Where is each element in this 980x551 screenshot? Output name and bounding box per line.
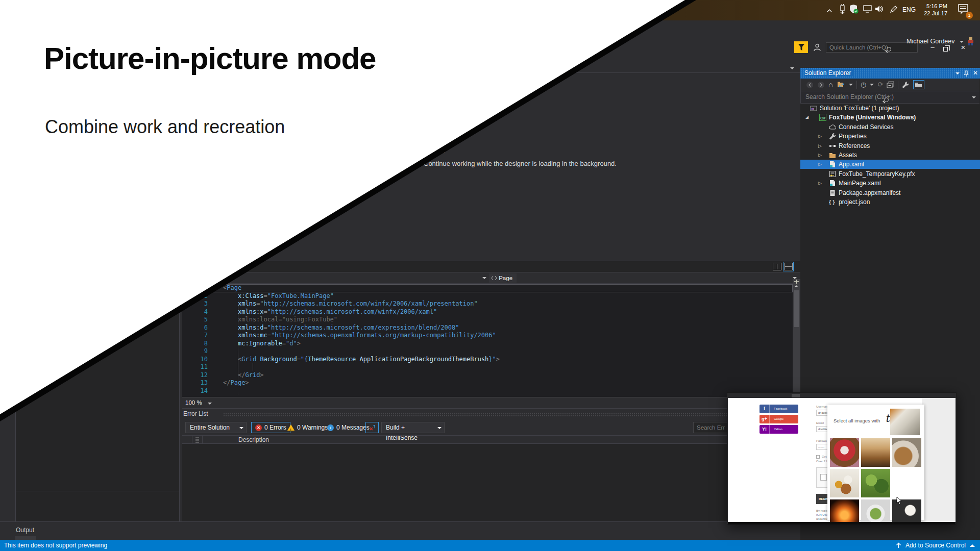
- tray-chevron-up-icon[interactable]: [826, 7, 833, 16]
- picture-in-picture-window[interactable]: fFacebookg+GoogleY!Yahoo Usernam dr dool…: [727, 392, 957, 524]
- tree-item-project-json[interactable]: { }project.json: [800, 197, 980, 207]
- language-indicator[interactable]: ENG: [902, 6, 916, 13]
- refresh-icon[interactable]: ⟳: [877, 81, 883, 89]
- folder-icon: [829, 152, 836, 159]
- sync-with-active-document-icon[interactable]: [837, 81, 845, 89]
- tree-item-properties[interactable]: ▷Properties: [800, 132, 980, 141]
- breakfast-plate[interactable]: [830, 469, 859, 497]
- code-line[interactable]: 5xmlns:local="using:FoxTube": [182, 316, 793, 324]
- error-source-dropdown[interactable]: Build + IntelliSense: [381, 422, 445, 433]
- tree-item-references[interactable]: ▷References: [800, 141, 980, 151]
- pancakes-coffee[interactable]: [892, 438, 921, 467]
- sync-chevron-down-icon[interactable]: [849, 84, 853, 86]
- salad-plate[interactable]: [861, 499, 890, 522]
- back-icon[interactable]: [806, 81, 814, 89]
- tree-item-foxtube-universal-windows[interactable]: ◢C#FoxTube (Universal Windows): [800, 113, 980, 122]
- status-chevron-up-icon[interactable]: [970, 544, 975, 547]
- tree-item-connected-services[interactable]: Connected Services: [800, 122, 980, 132]
- social-button-yahoo[interactable]: Y!Yahoo: [760, 425, 798, 434]
- collapse-chevron-icon[interactable]: ◢: [805, 113, 808, 122]
- solution-explorer-search-input[interactable]: Search Solution Explorer (Ctrl+;): [801, 91, 979, 104]
- newsletter-checkbox[interactable]: [816, 455, 820, 459]
- salad[interactable]: [861, 469, 890, 497]
- filter-button[interactable]: [365, 422, 379, 433]
- social-button-google[interactable]: g+Google: [760, 415, 798, 423]
- social-button-facebook[interactable]: fFacebook: [760, 405, 798, 413]
- properties-wrench-icon[interactable]: [902, 81, 910, 89]
- vertical-split-icon[interactable]: [773, 263, 781, 270]
- panel-close-icon[interactable]: ✕: [973, 68, 978, 79]
- quick-launch-input[interactable]: Quick Launch (Ctrl+Q): [826, 42, 918, 53]
- speaker-icon[interactable]: [875, 5, 885, 15]
- filter-chevron-down-icon[interactable]: [870, 84, 874, 86]
- feedback-flag-button[interactable]: [794, 41, 808, 53]
- code-line[interactable]: 6xmlns:d="http://schemas.microsoft.com/e…: [182, 324, 793, 332]
- taskbar-clock[interactable]: 5:16 PM 22-Jul-17: [918, 3, 947, 17]
- expand-chevron-icon[interactable]: ▷: [818, 151, 822, 160]
- expand-chevron-icon[interactable]: ▷: [818, 160, 822, 169]
- window-position-chevron-icon[interactable]: [955, 72, 960, 74]
- code-line[interactable]: 3xmlns="http://schemas.microsoft.com/win…: [182, 300, 793, 308]
- code-line[interactable]: 12</Grid>: [182, 371, 793, 380]
- action-center-icon[interactable]: 1: [958, 4, 970, 17]
- forward-icon[interactable]: [817, 81, 825, 89]
- error-scope-dropdown[interactable]: Entire Solution: [185, 422, 247, 433]
- code-text: xmlns:local="using:FoxTube": [238, 316, 337, 324]
- breadcrumb-left-chevron-icon[interactable]: [482, 277, 486, 279]
- code-line[interactable]: 10<Grid Background="{ThemeResource Appli…: [182, 356, 793, 364]
- expand-chevron-icon[interactable]: ▷: [818, 132, 822, 141]
- glowing-bowl[interactable]: [830, 499, 859, 522]
- code-line[interactable]: 11: [182, 363, 793, 371]
- column-description[interactable]: Description: [238, 436, 269, 444]
- add-to-source-control-label: Add to Source Control: [905, 542, 966, 549]
- network-monitor-icon[interactable]: [863, 5, 872, 15]
- tree-item-mainpage-xaml[interactable]: ▷MainPage.xaml: [800, 179, 980, 188]
- train-photo[interactable]: [890, 409, 920, 435]
- user-avatar[interactable]: [967, 37, 974, 47]
- code-line[interactable]: 9: [182, 347, 793, 356]
- pen-icon[interactable]: [890, 5, 898, 15]
- breadcrumb-page-item[interactable]: Page: [489, 273, 517, 283]
- show-all-files-button[interactable]: [913, 80, 924, 89]
- usb-icon[interactable]: [839, 4, 846, 16]
- code-line[interactable]: 7xmlns:mc="http://schemas.openxmlformats…: [182, 332, 793, 340]
- scroll-up-icon[interactable]: [794, 285, 798, 287]
- tree-item-app-xaml[interactable]: ▷App.xaml: [800, 160, 980, 169]
- xaml-icon: [829, 180, 836, 187]
- caramel-dessert[interactable]: [861, 438, 890, 467]
- code-line[interactable]: 14: [182, 387, 793, 395]
- code-line[interactable]: 4xmlns:x="http://schemas.microsoft.com/w…: [182, 308, 793, 316]
- zoom-level-dropdown[interactable]: 100 %: [185, 399, 202, 406]
- horizontal-split-button[interactable]: [783, 262, 794, 271]
- editor-vertical-scrollbar[interactable]: [793, 279, 800, 397]
- coffee-beans-cup[interactable]: [892, 469, 921, 497]
- add-to-source-control-button[interactable]: Add to Source Control: [896, 540, 966, 551]
- expand-chevron-icon[interactable]: ▷: [818, 179, 822, 188]
- pin-icon[interactable]: [964, 70, 969, 77]
- send-feedback-person-icon[interactable]: [813, 43, 822, 54]
- indent-guide: [238, 292, 238, 395]
- code-line[interactable]: 8mc:Ignorable="d">: [182, 340, 793, 348]
- output-title[interactable]: Output: [16, 527, 34, 534]
- solution-explorer-titlebar[interactable]: Solution Explorer ✕: [800, 68, 980, 79]
- tree-item-package-appxmanifest[interactable]: Package.appxmanifest: [800, 188, 980, 197]
- pending-changes-filter-icon[interactable]: ◷: [861, 81, 866, 89]
- line-number: 5: [182, 316, 208, 324]
- tree-item-solution-foxtube-1-project[interactable]: ∞Solution 'FoxTube' (1 project): [800, 104, 980, 113]
- scrollbar-thumb[interactable]: [794, 290, 799, 327]
- home-icon[interactable]: ⌂: [828, 81, 833, 89]
- restore-button[interactable]: [943, 44, 948, 54]
- code-line[interactable]: <Page: [182, 284, 793, 292]
- signed-in-user[interactable]: Michael Gordeev: [906, 38, 964, 45]
- collapse-all-icon[interactable]: [887, 81, 894, 88]
- recaptcha-checkbox[interactable]: [820, 474, 827, 481]
- document-well-chevron-icon[interactable]: [790, 67, 794, 69]
- xaml-code-editor[interactable]: <Page2x:Class="FoxTube.MainPage"3xmlns="…: [182, 284, 800, 397]
- code-line[interactable]: 13</Page>: [182, 379, 793, 387]
- code-line[interactable]: 2x:Class="FoxTube.MainPage": [182, 292, 793, 300]
- strawberry-cake[interactable]: [830, 438, 859, 467]
- defender-shield-icon[interactable]: [849, 4, 860, 16]
- tree-item-assets[interactable]: ▷Assets: [800, 151, 980, 160]
- tree-item-foxtube-temporarykey-pfx[interactable]: FoxTube_TemporaryKey.pfx: [800, 169, 980, 179]
- expand-chevron-icon[interactable]: ▷: [818, 141, 822, 151]
